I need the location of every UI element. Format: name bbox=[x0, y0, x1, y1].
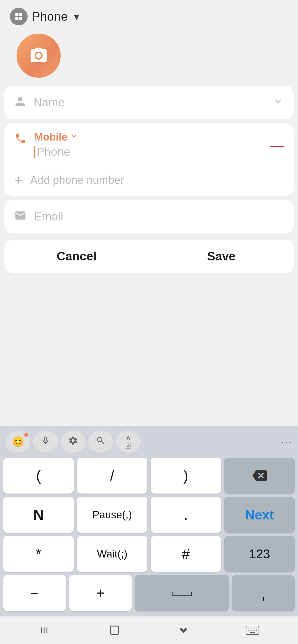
action-bar: Cancel Save bbox=[4, 240, 294, 273]
key-wait[interactable]: Wait(;) bbox=[77, 536, 147, 572]
email-input[interactable]: Email bbox=[34, 210, 284, 223]
emoji-button[interactable]: 😊 bbox=[6, 431, 30, 453]
app-icon bbox=[10, 8, 28, 25]
key-star[interactable]: * bbox=[3, 536, 74, 572]
key-dot[interactable]: . bbox=[151, 497, 221, 533]
emoji-dot bbox=[24, 433, 28, 437]
top-bar: Phone ▼ bbox=[0, 0, 298, 28]
add-phone-label: Add phone number bbox=[30, 174, 124, 186]
translate-icon: A a bbox=[126, 435, 131, 449]
microphone-button[interactable] bbox=[33, 431, 58, 453]
backspace-button[interactable] bbox=[224, 458, 295, 494]
key-row-3: * Wait(;) # 123 bbox=[3, 536, 295, 572]
keyboard-nav-button[interactable] bbox=[241, 619, 264, 641]
svg-rect-3 bbox=[19, 17, 22, 20]
search-icon bbox=[96, 436, 106, 448]
settings-button[interactable] bbox=[61, 431, 86, 453]
svg-rect-1 bbox=[19, 13, 22, 16]
key-n[interactable]: N bbox=[3, 497, 74, 533]
phone-icon bbox=[14, 132, 26, 147]
keyboard-toolbar: 😊 A a ··· bbox=[0, 426, 298, 456]
mic-icon bbox=[41, 436, 50, 448]
email-field-card[interactable]: Email bbox=[4, 200, 294, 233]
key-close-paren[interactable]: ) bbox=[151, 458, 221, 494]
avatar-section bbox=[0, 28, 298, 86]
key-space[interactable] bbox=[135, 575, 229, 611]
keyboard-keys: ( / ) N Pause(,) . Next * Wait(;) # 123 … bbox=[0, 456, 298, 616]
add-phone-row[interactable]: + Add phone number bbox=[4, 164, 294, 196]
next-button[interactable]: Next bbox=[224, 497, 295, 533]
name-input[interactable]: Name bbox=[34, 96, 265, 109]
key-slash[interactable]: / bbox=[77, 458, 147, 494]
key-123[interactable]: 123 bbox=[224, 536, 295, 572]
name-field-card[interactable]: Name bbox=[4, 86, 294, 119]
key-row-1: ( / ) bbox=[3, 458, 295, 494]
more-button[interactable]: ··· bbox=[143, 436, 292, 448]
svg-rect-8 bbox=[246, 626, 259, 634]
search-keyboard-button[interactable] bbox=[88, 431, 113, 453]
svg-rect-7 bbox=[110, 626, 119, 634]
person-icon bbox=[14, 96, 26, 110]
key-row-4: − + , bbox=[3, 575, 295, 611]
mobile-chevron-icon bbox=[70, 132, 78, 142]
avatar-upload-button[interactable] bbox=[17, 34, 61, 78]
mobile-label[interactable]: Mobile bbox=[34, 131, 263, 143]
key-plus[interactable]: + bbox=[69, 575, 132, 611]
emoji-icon: 😊 bbox=[12, 436, 24, 448]
key-open-paren[interactable]: ( bbox=[3, 458, 74, 494]
text-cursor bbox=[34, 146, 35, 158]
remove-phone-button[interactable]: — bbox=[270, 131, 284, 152]
key-pause[interactable]: Pause(,) bbox=[77, 497, 147, 533]
translate-button[interactable]: A a bbox=[116, 431, 141, 453]
phone-field-card: Mobile Phone — + Add phone number bbox=[4, 123, 294, 196]
email-icon bbox=[14, 209, 26, 224]
key-comma[interactable]: , bbox=[232, 575, 295, 611]
phone-placeholder: Phone bbox=[37, 145, 70, 158]
svg-rect-0 bbox=[15, 13, 18, 16]
key-minus[interactable]: − bbox=[3, 575, 66, 611]
keyboard: 😊 A a ··· ( bbox=[0, 426, 298, 644]
title-chevron-icon[interactable]: ▼ bbox=[72, 12, 81, 22]
svg-rect-2 bbox=[15, 17, 18, 20]
name-chevron-icon[interactable] bbox=[273, 96, 284, 109]
form-area: Name Mobile Phone bbox=[0, 86, 298, 233]
app-title: Phone bbox=[32, 10, 68, 23]
gear-icon bbox=[68, 436, 78, 448]
phone-input-field[interactable]: Phone bbox=[34, 145, 263, 164]
home-nav-button[interactable] bbox=[103, 619, 126, 641]
recent-nav-button[interactable] bbox=[172, 619, 195, 641]
save-button[interactable]: Save bbox=[149, 240, 294, 273]
cancel-button[interactable]: Cancel bbox=[4, 240, 149, 273]
bottom-nav bbox=[0, 616, 298, 644]
add-icon: + bbox=[14, 172, 22, 188]
mobile-type-text: Mobile bbox=[34, 131, 67, 143]
key-row-2: N Pause(,) . Next bbox=[3, 497, 295, 533]
back-nav-button[interactable] bbox=[34, 619, 57, 641]
key-hash[interactable]: # bbox=[151, 536, 221, 572]
